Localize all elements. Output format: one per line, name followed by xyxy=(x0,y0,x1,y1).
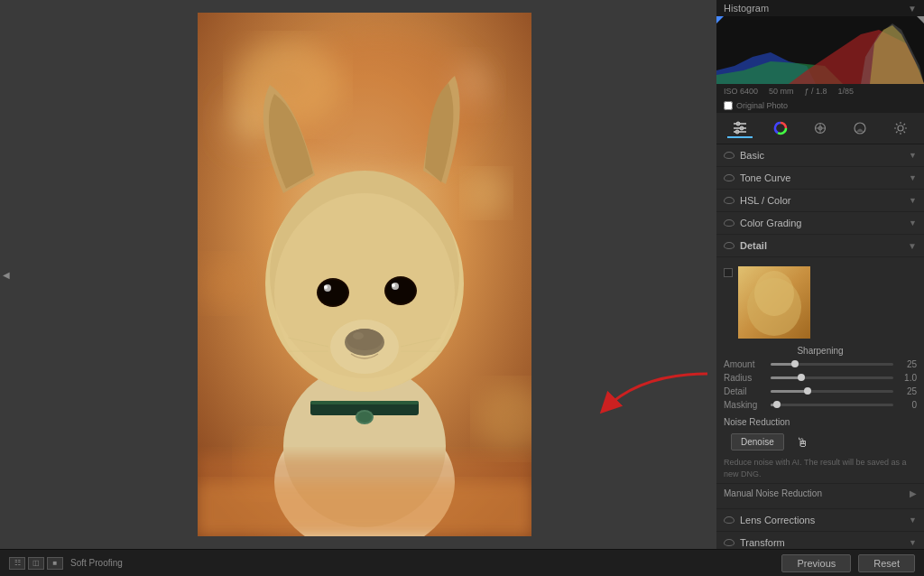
left-panel-arrow[interactable]: ◀ xyxy=(3,270,10,280)
eye-icon-basic[interactable] xyxy=(724,152,735,159)
noise-reduction-header: Noise Reduction xyxy=(716,412,924,429)
histogram-expand-icon[interactable]: ▼ xyxy=(908,4,917,14)
denoise-button[interactable]: Denoise xyxy=(731,433,784,451)
svg-rect-35 xyxy=(198,482,531,536)
reset-button[interactable]: Reset xyxy=(858,554,915,572)
photo-container xyxy=(198,13,531,536)
single-view-icon[interactable]: ■ xyxy=(47,557,63,570)
preview-thumb xyxy=(738,266,810,339)
svg-point-25 xyxy=(330,320,399,374)
panel-label-tone-curve: Tone Curve xyxy=(740,172,790,183)
arrow-tone-curve: ▼ xyxy=(909,173,917,182)
svg-point-3 xyxy=(464,171,509,216)
slider-value-detail: 25 xyxy=(897,386,917,396)
shutter: 1/85 xyxy=(838,87,855,96)
svg-rect-27 xyxy=(310,401,419,404)
slider-value-radius: 1.0 xyxy=(897,373,917,383)
red-arrow xyxy=(531,365,712,437)
panel-label-transform: Transform xyxy=(740,537,785,548)
svg-point-52 xyxy=(898,125,903,131)
eye-icon-tone-curve[interactable] xyxy=(724,174,735,181)
eye-icon-detail[interactable] xyxy=(724,242,735,249)
grid-view-icon[interactable]: ☷ xyxy=(9,557,25,570)
eye-icon-lens[interactable] xyxy=(724,516,735,524)
slider-track-detail[interactable] xyxy=(771,390,893,393)
arrow-lens: ▼ xyxy=(909,516,917,525)
noise-description: Reduce noise with AI. The result will be… xyxy=(716,455,924,483)
svg-point-43 xyxy=(740,126,744,130)
slider-track-masking[interactable] xyxy=(771,404,893,406)
bottom-nav: Previous Reset xyxy=(781,554,915,572)
svg-point-19 xyxy=(386,278,415,303)
svg-point-4 xyxy=(198,256,252,311)
slider-radius: Radius 1.0 xyxy=(716,371,924,385)
panel-item-color-grading[interactable]: Color Grading ▼ xyxy=(716,212,924,235)
arrow-hsl: ▼ xyxy=(909,196,917,205)
arrow-basic: ▼ xyxy=(909,151,917,160)
detail-content: Sharpening Amount 25 Radius xyxy=(716,257,924,508)
panel-item-tone-curve[interactable]: Tone Curve ▼ xyxy=(716,167,924,190)
slider-amount: Amount 25 xyxy=(716,358,924,371)
masking-tool-icon[interactable] xyxy=(847,118,873,138)
slider-masking: Masking 0 xyxy=(716,398,924,412)
noise-reduction-label: Noise Reduction xyxy=(724,417,790,427)
heal-tool-icon[interactable] xyxy=(808,118,833,138)
svg-point-56 xyxy=(754,271,794,316)
aperture: ƒ / 1.8 xyxy=(805,87,827,96)
panel-item-basic[interactable]: Basic ▼ xyxy=(716,144,924,167)
svg-point-21 xyxy=(392,283,395,287)
svg-point-15 xyxy=(319,280,347,305)
svg-point-17 xyxy=(324,285,328,289)
previous-button[interactable]: Previous xyxy=(781,554,851,572)
compare-view-icon[interactable]: ◫ xyxy=(28,557,44,570)
dog-photo xyxy=(198,13,531,536)
histogram-header: Histogram ▼ xyxy=(716,0,924,16)
right-panel: Histogram ▼ xyxy=(716,0,924,549)
original-photo-row: Original Photo xyxy=(716,98,924,113)
slider-value-masking: 0 xyxy=(897,400,917,410)
color-tool-icon[interactable] xyxy=(768,118,793,138)
histogram-label: Histogram xyxy=(724,3,769,14)
slider-label-masking: Masking xyxy=(724,400,767,410)
histogram-meta: ISO 6400 50 mm ƒ / 1.8 1/85 xyxy=(716,84,924,98)
svg-point-29 xyxy=(357,412,372,423)
manual-noise-row[interactable]: Manual Noise Reduction ▶ xyxy=(716,483,924,503)
detail-title: Detail xyxy=(740,240,767,251)
detail-header[interactable]: Detail ▼ xyxy=(716,235,924,257)
svg-point-41 xyxy=(736,122,740,125)
preview-checkbox[interactable] xyxy=(724,268,733,277)
tools-row xyxy=(716,113,924,144)
slider-track-radius[interactable] xyxy=(771,376,893,379)
panel-item-hsl[interactable]: HSL / Color ▼ xyxy=(716,190,924,212)
panel-item-lens[interactable]: Lens Corrections ▼ xyxy=(716,509,924,532)
slider-label-radius: Radius xyxy=(724,373,767,383)
manual-noise-label: Manual Noise Reduction xyxy=(724,488,822,498)
eye-icon-hsl[interactable] xyxy=(724,197,735,204)
histogram-section: Histogram ▼ xyxy=(716,0,924,113)
panel-label-color-grading: Color Grading xyxy=(740,218,801,228)
main-area: ◀ xyxy=(0,0,924,549)
soft-proofing-label: Soft Proofing xyxy=(70,558,123,568)
svg-point-51 xyxy=(855,123,865,134)
detail-panel: Detail ▼ xyxy=(716,235,924,509)
slider-value-amount: 25 xyxy=(897,359,917,369)
original-photo-checkbox[interactable] xyxy=(724,101,733,110)
slider-track-amount[interactable] xyxy=(771,363,893,366)
slider-detail: Detail 25 xyxy=(716,385,924,398)
focal-length: 50 mm xyxy=(769,87,794,96)
cursor-icon: 🖱 xyxy=(796,435,808,450)
detail-options-icon[interactable]: ▼ xyxy=(908,241,917,251)
panel-item-transform[interactable]: Transform ▼ xyxy=(716,532,924,549)
left-strip: ◀ xyxy=(0,0,13,549)
original-photo-label: Original Photo xyxy=(736,101,788,110)
histogram-canvas xyxy=(716,16,924,84)
eye-icon-transform[interactable] xyxy=(724,539,735,546)
develop-tool-icon[interactable] xyxy=(727,118,753,138)
eye-icon-color-grading[interactable] xyxy=(724,219,735,227)
panel-list: Basic ▼ Tone Curve ▼ HSL / Color ▼ xyxy=(716,144,924,549)
view-icons: ☷ ◫ ■ xyxy=(9,557,63,570)
settings-tool-icon[interactable] xyxy=(888,118,913,138)
histogram-chart xyxy=(716,16,924,84)
bottom-bar: ☷ ◫ ■ Soft Proofing Previous Reset xyxy=(0,549,924,576)
slider-label-detail: Detail xyxy=(724,386,767,396)
